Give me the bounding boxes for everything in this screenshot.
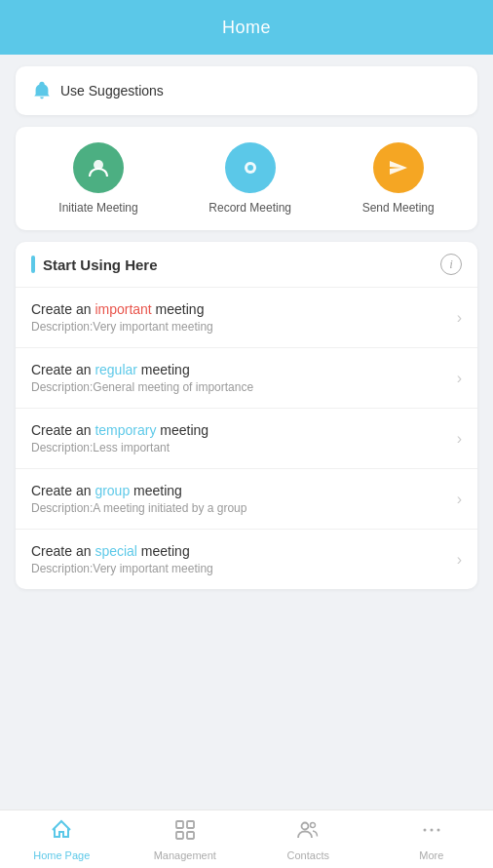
send-meeting-label: Send Meeting <box>362 201 435 215</box>
nav-label-more: More <box>419 849 443 861</box>
send-meeting-icon <box>373 142 424 193</box>
header-title: Home <box>222 18 271 38</box>
initiate-meeting-label: Initiate Meeting <box>58 201 137 215</box>
record-meeting-label: Record Meeting <box>209 201 291 215</box>
highlight-special: special <box>95 543 137 559</box>
nav-item-contacts[interactable]: Contacts <box>246 818 370 861</box>
meeting-desc-group: Description:A meeting initiated by a gro… <box>31 501 246 515</box>
nav-label-home: Home Page <box>33 849 90 861</box>
svg-point-11 <box>436 828 439 831</box>
action-record-meeting[interactable]: Record Meeting <box>209 142 291 215</box>
meeting-title-temporary: Create an temporary meeting <box>31 422 209 438</box>
chevron-right-regular: › <box>457 370 462 387</box>
chevron-right-temporary: › <box>457 430 462 448</box>
meeting-desc-important: Description:Very important meeting <box>31 320 213 334</box>
suggestion-banner[interactable]: Use Suggestions <box>16 66 477 115</box>
nav-label-contacts: Contacts <box>287 849 329 861</box>
chevron-right-special: › <box>457 551 462 569</box>
action-initiate-meeting[interactable]: Initiate Meeting <box>58 142 137 215</box>
svg-rect-6 <box>187 832 194 839</box>
meeting-item-special[interactable]: Create an special meeting Description:Ve… <box>16 530 477 589</box>
more-icon <box>420 818 443 846</box>
record-meeting-icon <box>225 142 276 193</box>
action-send-meeting[interactable]: Send Meeting <box>362 142 435 215</box>
meeting-text-group: Create an group meeting Description:A me… <box>31 483 246 515</box>
nav-item-more[interactable]: More <box>370 818 494 861</box>
chevron-right-group: › <box>457 491 462 508</box>
meeting-desc-special: Description:Very important meeting <box>31 562 213 575</box>
meeting-item-group[interactable]: Create an group meeting Description:A me… <box>16 469 477 530</box>
main-content: Use Suggestions Initiate Meeting Record … <box>0 55 493 601</box>
contacts-icon <box>296 818 320 846</box>
meeting-desc-regular: Description:General meeting of importanc… <box>31 380 253 394</box>
info-icon[interactable]: i <box>440 254 462 275</box>
nav-item-home[interactable]: Home Page <box>0 818 124 861</box>
svg-rect-3 <box>176 821 183 828</box>
chevron-right-important: › <box>457 309 462 327</box>
meeting-item-important[interactable]: Create an important meeting Description:… <box>16 288 477 348</box>
meeting-item-temporary[interactable]: Create an temporary meeting Description:… <box>16 409 477 469</box>
start-section: Start Using Here i Create an important m… <box>16 242 477 589</box>
meeting-text-regular: Create an regular meeting Description:Ge… <box>31 362 253 394</box>
start-section-title: Start Using Here <box>43 256 158 273</box>
meeting-text-important: Create an important meeting Description:… <box>31 301 213 334</box>
svg-rect-5 <box>176 832 183 839</box>
svg-point-2 <box>247 165 253 171</box>
initiate-meeting-icon <box>73 142 124 193</box>
svg-point-7 <box>302 822 309 829</box>
highlight-group: group <box>95 483 130 498</box>
meeting-title-group: Create an group meeting <box>31 483 246 498</box>
highlight-important: important <box>95 301 151 317</box>
meeting-text-temporary: Create an temporary meeting Description:… <box>31 422 209 454</box>
svg-point-8 <box>311 822 316 827</box>
management-icon <box>173 818 197 846</box>
start-header-left: Start Using Here <box>31 256 158 273</box>
start-section-header: Start Using Here i <box>16 242 477 288</box>
blue-bar-accent <box>31 256 35 273</box>
svg-point-9 <box>423 828 426 831</box>
nav-item-management[interactable]: Management <box>124 818 247 861</box>
meeting-item-regular[interactable]: Create an regular meeting Description:Ge… <box>16 348 477 409</box>
highlight-temporary: temporary <box>95 422 156 438</box>
meeting-desc-temporary: Description:Less important <box>31 441 209 454</box>
meeting-title-special: Create an special meeting <box>31 543 213 559</box>
home-icon <box>50 818 73 846</box>
nav-label-management: Management <box>154 849 216 861</box>
svg-rect-4 <box>187 821 194 828</box>
meeting-title-important: Create an important meeting <box>31 301 213 317</box>
suggestion-text: Use Suggestions <box>60 83 164 99</box>
bell-icon <box>31 80 53 101</box>
meeting-title-regular: Create an regular meeting <box>31 362 253 377</box>
meeting-text-special: Create an special meeting Description:Ve… <box>31 543 213 575</box>
highlight-regular: regular <box>95 362 137 377</box>
svg-point-10 <box>430 828 433 831</box>
quick-actions: Initiate Meeting Record Meeting Send Mee… <box>16 127 477 230</box>
bottom-nav: Home Page Management Contacts <box>0 809 493 868</box>
header: Home <box>0 0 493 55</box>
